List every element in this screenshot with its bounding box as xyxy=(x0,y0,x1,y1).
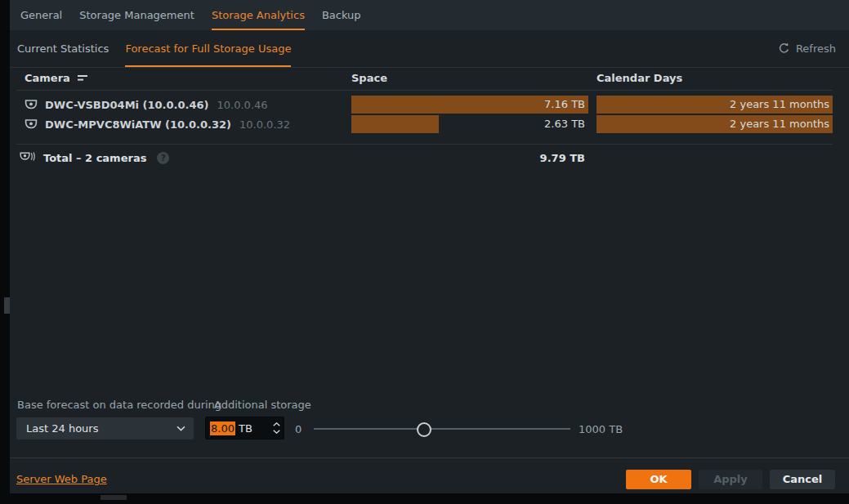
camera-column-label: Camera xyxy=(25,72,70,84)
refresh-icon xyxy=(778,42,790,55)
table-header: Camera Space Calendar Days xyxy=(16,69,833,91)
tab-general[interactable]: General xyxy=(20,0,62,30)
total-label: Total – 2 cameras xyxy=(43,152,146,164)
tab-backup[interactable]: Backup xyxy=(322,0,361,30)
subtabs: Current Statistics Forecast for Full Sto… xyxy=(17,30,291,67)
calendar-days-value: 2 years 11 months xyxy=(730,96,829,114)
slider-handle[interactable] xyxy=(417,422,431,437)
slider-max-label: 1000 TB xyxy=(579,423,623,435)
refresh-button[interactable]: Refresh xyxy=(778,30,836,67)
camera-cell: DWC-VSBD04Mi (10.0.0.46) 10.0.0.46 xyxy=(25,96,268,114)
background-artifact-bottom xyxy=(101,495,127,500)
spin-down-icon[interactable] xyxy=(273,430,280,434)
space-bar xyxy=(351,115,439,133)
refresh-label: Refresh xyxy=(796,42,836,55)
column-header-space[interactable]: Space xyxy=(351,72,387,84)
sort-descending-icon[interactable] xyxy=(78,74,88,82)
tab-storage-analytics[interactable]: Storage Analytics xyxy=(212,0,305,30)
space-cell: 2.63 TB xyxy=(351,115,588,133)
screen: General Storage Management Storage Analy… xyxy=(0,0,849,504)
server-web-page-link[interactable]: Server Web Page xyxy=(16,473,107,485)
camera-icon xyxy=(25,119,38,130)
spin-up-icon[interactable] xyxy=(273,422,280,426)
tab-storage-management[interactable]: Storage Management xyxy=(79,0,194,30)
forecast-period-select[interactable]: Last 24 hours xyxy=(16,417,194,439)
total-space-value: 9.79 TB xyxy=(351,152,588,164)
apply-button[interactable]: Apply xyxy=(699,470,762,489)
column-header-calendar-days[interactable]: Calendar Days xyxy=(597,72,682,84)
subtab-bar: Current Statistics Forecast for Full Sto… xyxy=(10,30,849,68)
space-value: 7.16 TB xyxy=(544,96,585,114)
subtab-forecast-full-storage[interactable]: Forecast for Full Storage Usage xyxy=(125,30,291,67)
calendar-days-value: 2 years 11 months xyxy=(730,115,829,133)
additional-storage-slider[interactable] xyxy=(314,421,570,436)
ok-button[interactable]: OK xyxy=(626,470,691,489)
base-forecast-label: Base forecast on data recorded during xyxy=(17,399,221,411)
space-cell: 7.16 TB xyxy=(351,96,588,114)
camera-name: DWC-MPVC8WiATW (10.0.0.32) xyxy=(45,118,231,131)
camera-icon xyxy=(25,100,38,110)
additional-storage-input[interactable]: 8.00 TB xyxy=(205,417,284,439)
tab-bar: General Storage Management Storage Analy… xyxy=(10,0,849,30)
additional-storage-label: Additional storage xyxy=(214,399,311,411)
camera-name: DWC-VSBD04Mi (10.0.0.46) xyxy=(45,99,209,111)
background-artifact-left xyxy=(4,297,10,314)
calendar-days-cell: 2 years 11 months xyxy=(597,115,833,133)
table-row: DWC-VSBD04Mi (10.0.0.46) 10.0.0.46 7.16 … xyxy=(16,96,833,114)
table-row: DWC-MPVC8WiATW (10.0.0.32) 10.0.0.32 2.6… xyxy=(16,115,833,133)
subtab-current-statistics[interactable]: Current Statistics xyxy=(17,30,109,67)
slider-min-label: 0 xyxy=(295,423,302,435)
camera-ip: 10.0.0.46 xyxy=(217,99,268,111)
forecast-period-value: Last 24 hours xyxy=(26,422,98,435)
slider-track[interactable] xyxy=(314,428,570,430)
camera-cell: DWC-MPVC8WiATW (10.0.0.32) 10.0.0.32 xyxy=(25,115,290,133)
additional-storage-value: 8.00 xyxy=(210,421,235,435)
space-value: 2.63 TB xyxy=(544,115,585,133)
calendar-days-cell: 2 years 11 months xyxy=(597,96,833,114)
additional-storage-unit: TB xyxy=(239,422,252,435)
help-icon[interactable]: ? xyxy=(157,152,169,164)
chevron-down-icon xyxy=(177,426,185,431)
cameras-group-icon xyxy=(20,152,37,163)
cancel-button[interactable]: Cancel xyxy=(770,470,835,489)
camera-ip: 10.0.0.32 xyxy=(239,118,290,131)
spinner-arrows xyxy=(273,417,280,439)
column-header-camera[interactable]: Camera xyxy=(25,72,88,84)
footer-divider xyxy=(10,457,849,458)
tabs: General Storage Management Storage Analy… xyxy=(20,0,361,30)
total-row: Total – 2 cameras ? 9.79 TB xyxy=(16,144,833,171)
